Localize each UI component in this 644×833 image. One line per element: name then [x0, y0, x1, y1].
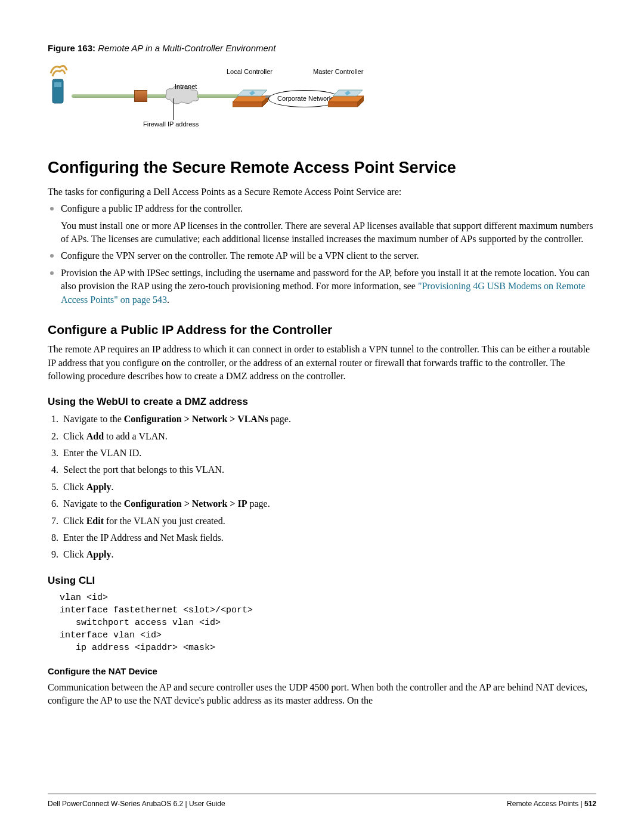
step-text: Click — [63, 482, 86, 492]
svg-marker-3 — [233, 102, 262, 107]
firewall-icon — [134, 90, 147, 102]
intro-paragraph: The tasks for configuring a Dell Access … — [48, 185, 596, 199]
step-text: Click — [63, 516, 86, 526]
connection-pipe — [72, 94, 179, 98]
step-text: Click — [63, 431, 86, 441]
step-bold: Configuration > Network > IP — [124, 498, 247, 509]
footer-section: Remote Access Points — [507, 800, 578, 808]
body-paragraph: The remote AP requires an IP address to … — [48, 343, 596, 383]
step-text: for the VLAN you just created. — [104, 516, 225, 526]
step-bold: Apply — [86, 549, 112, 559]
step-item: Enter the VLAN ID. — [61, 447, 596, 460]
footer-right: Remote Access Points | 512 — [507, 799, 596, 809]
body-paragraph: Communication between the AP and secure … — [48, 681, 596, 708]
task-list: Configure a public IP address for the co… — [48, 202, 596, 306]
figure-label: Figure 163: — [48, 43, 95, 53]
svg-rect-1 — [54, 82, 61, 87]
local-controller-icon — [233, 85, 268, 109]
heading-1: Configuring the Secure Remote Access Poi… — [48, 157, 596, 179]
master-controller-label: Master Controller — [313, 67, 363, 76]
step-item: Navigate to the Configuration > Network … — [61, 413, 596, 426]
list-item: Configure a public IP address for the co… — [61, 202, 596, 246]
step-item: Navigate to the Configuration > Network … — [61, 497, 596, 510]
step-text: . — [111, 482, 113, 492]
heading-2: Configure a Public IP Address for the Co… — [48, 321, 596, 338]
step-item: Click Edit for the VLAN you just created… — [61, 515, 596, 528]
figure-caption: Figure 163: Remote AP in a Multi-Control… — [48, 42, 596, 54]
network-diagram: Intranet Firewall IP address Local Contr… — [48, 61, 358, 139]
intranet-label: Intranet — [175, 82, 197, 91]
access-point-icon — [48, 64, 72, 106]
footer-page-number: 512 — [584, 800, 596, 808]
list-item-sub: You must install one or more AP licenses… — [61, 219, 596, 246]
step-item: Click Add to add a VLAN. — [61, 430, 596, 443]
step-item: Select the port that belongs to this VLA… — [61, 463, 596, 476]
svg-marker-8 — [328, 102, 358, 107]
step-item: Click Apply. — [61, 548, 596, 561]
master-controller-icon — [328, 85, 364, 109]
step-text: page. — [268, 414, 291, 424]
firewall-ip-label: Firewall IP address — [143, 120, 199, 129]
list-item: Configure the VPN server on the controll… — [61, 249, 596, 262]
footer-left: Dell PowerConnect W-Series ArubaOS 6.2 |… — [48, 799, 225, 809]
heading-4: Configure the NAT Device — [48, 665, 596, 677]
list-item: Provision the AP with IPSec settings, in… — [61, 267, 596, 306]
page-footer: Dell PowerConnect W-Series ArubaOS 6.2 |… — [48, 794, 596, 809]
list-item-text: Configure a public IP address for the co… — [61, 203, 243, 213]
figure-title: Remote AP in a Multi-Controller Environm… — [98, 43, 275, 53]
cli-code-block: vlan <id> interface fastethernet <slot>/… — [60, 592, 596, 654]
step-item: Click Apply. — [61, 481, 596, 494]
step-text: page. — [247, 498, 270, 509]
step-bold: Add — [86, 431, 104, 441]
webui-steps: Navigate to the Configuration > Network … — [48, 413, 596, 562]
step-bold: Configuration > Network > VLANs — [124, 414, 268, 424]
list-item-text: . — [167, 295, 169, 305]
step-bold: Edit — [86, 516, 104, 526]
step-text: to add a VLAN. — [104, 431, 168, 441]
local-controller-label: Local Controller — [227, 67, 273, 76]
heading-3: Using CLI — [48, 574, 596, 588]
step-bold: Apply — [86, 482, 112, 492]
step-item: Enter the IP Address and Net Mask fields… — [61, 531, 596, 544]
page: Figure 163: Remote AP in a Multi-Control… — [0, 0, 644, 833]
list-item-text: Configure the VPN server on the controll… — [61, 250, 419, 261]
heading-3: Using the WebUI to create a DMZ address — [48, 395, 596, 409]
firewall-pointer-line — [173, 98, 174, 120]
step-text: Click — [63, 549, 86, 559]
step-text: Navigate to the — [63, 414, 124, 424]
footer-sep: | — [578, 800, 584, 808]
step-text: . — [111, 549, 113, 559]
step-text: Navigate to the — [63, 498, 124, 509]
